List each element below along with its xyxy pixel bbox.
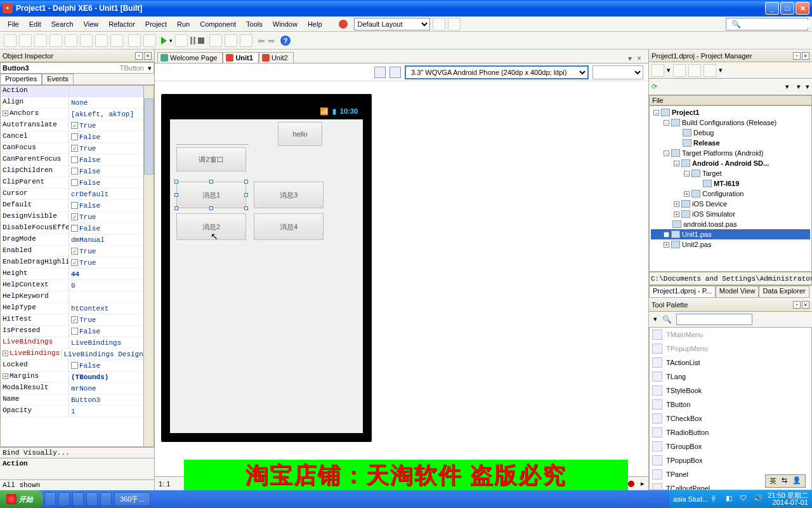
ide-search[interactable]: 🔍 [726,18,808,30]
palette-item[interactable]: TGroupBox [650,439,811,453]
menu-search[interactable]: Search [48,19,77,29]
oi-bind-visually[interactable]: Bind Visually... [0,447,154,458]
tree-row[interactable]: -Project1 [651,107,810,117]
zoom-fit-button[interactable] [390,67,401,78]
tab-unit1[interactable]: Unit1 [223,52,259,63]
chevron-right-icon[interactable]: ▸ [641,479,645,488]
menu-view[interactable]: View [80,19,103,29]
tree-row[interactable]: -Target [651,168,810,178]
tp-search-input[interactable] [676,314,752,325]
tray-icon[interactable]: ⟠ [712,494,722,504]
tree-row[interactable]: -Android - Android SD... [651,158,810,168]
menu-file[interactable]: File [4,19,23,29]
ide-search-input[interactable] [747,20,810,28]
rotation-select[interactable] [593,65,643,79]
tree-row[interactable]: Debug [651,128,810,138]
edit1-control[interactable] [176,131,249,145]
new-button[interactable] [4,34,16,47]
start-button[interactable]: 开始 [0,490,43,508]
set-desktop-button[interactable] [448,18,461,30]
add-button[interactable] [65,34,77,47]
oi-tab-properties[interactable]: Properties [0,74,42,84]
oi-close-button[interactable]: × [144,52,152,60]
new-form-button[interactable] [49,34,62,47]
pm-view-button[interactable] [704,64,716,77]
task-item[interactable] [72,492,84,506]
menu-help[interactable]: Help [304,19,326,29]
tray-icon[interactable]: 🔊 [754,494,764,504]
palette-item[interactable]: TPopupBox [650,453,811,467]
tab-dropdown-button[interactable]: ▾ [628,54,637,63]
pm-new-button[interactable] [652,64,664,77]
menu-edit[interactable]: Edit [25,19,45,29]
help-button[interactable]: ? [280,36,291,46]
tab-welcome-page[interactable]: Welcome Page [157,52,223,63]
tree-row[interactable]: +Unit1.pas [651,229,810,239]
tree-row[interactable]: +Unit2.pas [651,239,810,250]
stepover-button[interactable] [209,34,222,47]
pause-button[interactable] [190,37,195,44]
new-unit-button[interactable] [34,34,47,47]
palette-item[interactable]: TActionList [650,356,811,370]
task-item[interactable] [44,492,56,506]
menu-project[interactable]: Project [141,19,171,29]
btab-project[interactable]: Project1.dproj - P... [649,286,716,298]
save-project-button[interactable] [110,34,123,47]
menu-tools[interactable]: Tools [242,19,266,29]
tree-row[interactable]: +iOS Device [651,199,810,209]
close-button[interactable]: ✕ [796,2,809,15]
system-tray[interactable]: asia Stud... ⟠ ◧ 🛡 🔊 21:50 星期二 2014-07-0… [669,490,812,508]
tree-row[interactable]: Release [651,138,810,148]
form-designer-canvas[interactable]: 📶 ▮ 10:30 hello 调2窗口 消息1 消息3 消息2 [155,81,648,476]
save-desktop-button[interactable] [433,18,445,30]
menu-component[interactable]: Component [196,19,240,29]
palette-item[interactable]: TPopupMenu [650,342,811,356]
palette-item[interactable]: TMainMenu [650,328,811,342]
pm-close-button[interactable]: × [802,52,809,60]
saveall-button[interactable] [95,34,108,47]
stepout-button[interactable] [240,34,252,47]
save-button[interactable] [80,34,93,47]
open-button[interactable] [19,34,32,47]
oi-pin-button[interactable]: ▫ [135,52,143,60]
oi-property-grid[interactable]: Action▾AlignNone+Anchors[akLeft, akTop]A… [0,85,154,447]
button-hello[interactable]: hello [278,122,322,146]
folder-open-button[interactable] [128,34,141,47]
menu-run[interactable]: Run [173,19,193,29]
nav-fwd-button[interactable]: ➡ [268,36,275,46]
tab-unit2[interactable]: Unit2 [259,52,294,63]
tree-row[interactable]: -Target Platforms (Android) [651,148,810,158]
palette-item[interactable]: TCheckBox [650,411,811,425]
oi-object-combo[interactable]: Button3 TButton ▾ [0,62,154,74]
pm-add-button[interactable] [673,64,686,77]
btab-model[interactable]: Model View [716,286,759,298]
pm-tree[interactable]: -Project1-Build Configurations (Release)… [649,105,812,272]
tp-list[interactable]: TMainMenuTPopupMenuTActionListTLangTStyl… [649,327,812,491]
button-openwin[interactable]: 调2窗口 [176,147,246,171]
menu-refactor[interactable]: Refactor [105,19,139,29]
tree-row[interactable]: MT-I619 [651,178,810,189]
stepinto-button[interactable] [225,34,237,47]
oi-tab-events[interactable]: Events [42,74,74,84]
pm-pin-button[interactable]: ▫ [793,52,801,60]
run-nobp-button[interactable] [175,34,188,47]
maximize-button[interactable]: □ [780,2,794,15]
language-indicator[interactable]: 英⇆👤 [765,474,806,488]
device-select[interactable]: 3.3" WQVGA Android Phone (240dp x 400dp;… [405,65,589,79]
task-item[interactable] [58,492,70,506]
zoom-actual-button[interactable] [374,67,386,78]
button-msg1-selected[interactable]: 消息1 [176,182,246,208]
minimize-button[interactable]: _ [765,2,779,15]
tp-close-button[interactable]: × [802,301,809,309]
menu-window[interactable]: Window [269,19,301,29]
tray-icon[interactable]: ◧ [726,494,736,504]
button-msg4[interactable]: 消息4 [254,213,324,240]
tray-icon[interactable]: 🛡 [740,494,750,504]
folder-remove-button[interactable] [143,34,156,47]
tab-close-button[interactable]: × [637,54,646,63]
tp-pin-button[interactable]: ▫ [793,301,801,309]
run-button[interactable] [161,37,167,44]
palette-item[interactable]: TRadioButton [650,425,811,439]
checkupdates-icon[interactable] [339,20,348,29]
task-item-360[interactable]: 360手... [114,492,150,506]
